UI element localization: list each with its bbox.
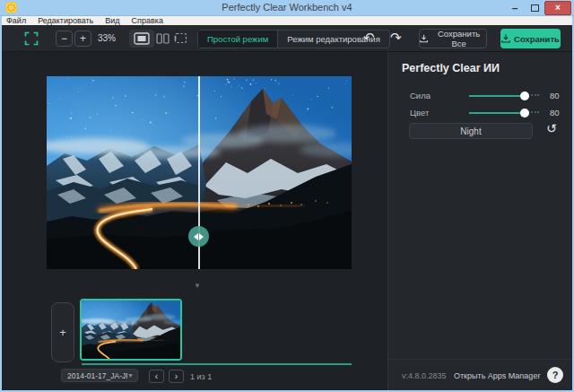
split-handle[interactable] xyxy=(188,226,209,247)
chevron-down-icon: ▼ xyxy=(127,372,134,379)
color-slider[interactable] xyxy=(469,112,539,114)
download-icon xyxy=(420,34,428,43)
apps-manager-link[interactable]: Открыть Apps Manager xyxy=(454,371,540,380)
slider-row-strength: Сила 80 xyxy=(388,88,573,104)
filename-dropdown[interactable]: 2014-01-17_JA-JP897… ▼ xyxy=(61,369,138,382)
window-border xyxy=(0,16,2,392)
filmstrip-progress-bar xyxy=(82,363,352,365)
reset-icon[interactable]: ↺ xyxy=(546,121,557,135)
arrow-left-icon xyxy=(194,233,198,240)
slider-value: 80 xyxy=(550,91,560,100)
viewer-canvas: ▼ + 2014-01-17_JA-JP897… ▼ ‹ › 1 из 1 xyxy=(2,52,387,390)
mode-simple-tab[interactable]: Простой режим xyxy=(198,30,278,48)
fit-to-screen-icon[interactable] xyxy=(24,31,39,46)
slider-fill xyxy=(469,95,525,97)
slider-thumb[interactable] xyxy=(520,91,529,100)
zoom-in-button[interactable]: + xyxy=(74,30,91,47)
zoom-out-button[interactable]: − xyxy=(56,30,73,47)
single-view-icon xyxy=(134,32,150,45)
photo-preview[interactable] xyxy=(47,76,352,269)
zoom-level: 33% xyxy=(98,33,116,43)
help-button[interactable]: ? xyxy=(547,367,563,383)
slider-value: 80 xyxy=(550,108,560,118)
view-compare-button[interactable] xyxy=(174,32,187,44)
redo-icon[interactable]: ↷ xyxy=(390,29,402,47)
prev-photo-button[interactable]: ‹ xyxy=(149,370,164,383)
thumbnail-selected[interactable] xyxy=(80,299,182,361)
menu-view[interactable]: Вид xyxy=(105,16,119,25)
menu-edit[interactable]: Редактировать xyxy=(38,16,93,25)
save-button[interactable]: Сохранить xyxy=(500,29,561,48)
close-button[interactable]: × xyxy=(544,1,571,15)
undo-icon[interactable]: ↶ xyxy=(363,29,375,47)
window-title: Perfectly Clear Workbench v4 xyxy=(0,2,574,13)
panel-footer: v:4.8.0.2835 Открыть Apps Manager ? xyxy=(388,359,573,390)
menu-help[interactable]: Справка xyxy=(132,16,163,25)
slider-row-color: Цвет 80 xyxy=(388,105,573,121)
slider-thumb[interactable] xyxy=(520,109,529,118)
next-photo-button[interactable]: › xyxy=(169,370,184,383)
version-label: v:4.8.0.2835 xyxy=(402,371,447,380)
save-all-label: Сохранить Все xyxy=(431,29,486,48)
slider-label: Цвет xyxy=(410,108,429,118)
add-photos-button[interactable]: + xyxy=(51,302,74,362)
slider-label: Сила xyxy=(410,91,430,100)
toolbar: − + 33% Простой режим Режим редактирован… xyxy=(2,25,572,52)
save-label: Сохранить xyxy=(514,34,560,44)
minimize-button[interactable]: – xyxy=(505,2,525,14)
split-view-icon xyxy=(156,33,170,44)
menu-file[interactable]: Файл xyxy=(6,16,26,25)
preset-night-button[interactable]: Night xyxy=(409,123,533,139)
panel-title: Perfectly Clear ИИ xyxy=(402,62,500,74)
filename-label: 2014-01-17_JA-JP897… xyxy=(67,371,127,380)
view-single-button[interactable] xyxy=(129,30,154,48)
adjustments-panel: Perfectly Clear ИИ Сила 80 Цвет 80 Night… xyxy=(387,52,572,390)
title-bar: Perfectly Clear Workbench v4 – × xyxy=(0,0,574,16)
mode-toggle: Простой режим Режим редактирования xyxy=(197,30,390,48)
maximize-icon xyxy=(531,4,539,12)
view-split-button[interactable] xyxy=(156,33,170,44)
menu-bar: Файл Редактировать Вид Справка xyxy=(0,16,574,25)
strength-slider[interactable] xyxy=(469,95,539,97)
slider-fill xyxy=(469,112,525,114)
filmstrip-collapse-icon[interactable]: ▼ xyxy=(194,282,201,290)
save-all-button[interactable]: Сохранить Все xyxy=(419,29,487,48)
thumbnail-image xyxy=(82,301,180,359)
arrow-right-icon xyxy=(199,233,204,240)
photo-counter: 1 из 1 xyxy=(190,372,212,381)
app-window: Perfectly Clear Workbench v4 – × Файл Ре… xyxy=(0,0,574,392)
download-icon xyxy=(501,34,510,43)
compare-view-icon xyxy=(174,32,187,44)
maximize-button[interactable] xyxy=(525,4,544,12)
